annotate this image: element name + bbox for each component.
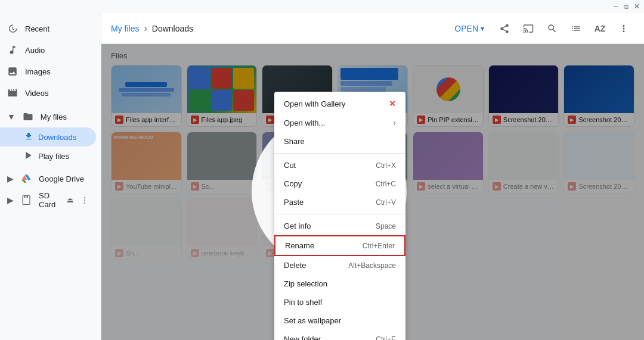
file-card[interactable]: ▶ Screenshot 2022-0...: [488, 65, 559, 127]
restore-button[interactable]: ⧉: [621, 2, 631, 11]
file-name: omebook keybo...: [202, 249, 253, 257]
sidebar-item-audio[interactable]: Audio: [0, 39, 96, 61]
file-name: Screenshot 2022-0...: [578, 116, 630, 123]
ctx-cut-shortcut: Ctrl+X: [376, 161, 396, 170]
breadcrumb-current: Downloads: [152, 24, 193, 33]
file-type-badge: ▶: [568, 182, 576, 191]
main-area: My files › Downloads OPEN ▾: [101, 13, 644, 340]
ctx-get-info[interactable]: Get info Space: [274, 217, 405, 235]
play-icon: [24, 151, 33, 162]
ctx-open-gallery[interactable]: Open with Gallery ✕: [274, 94, 405, 113]
ctx-paste[interactable]: Paste Ctrl+V: [274, 193, 405, 211]
file-card[interactable]: ▶ Files app.jpeg: [187, 65, 258, 127]
ctx-paste-shortcut: Ctrl+V: [376, 198, 396, 207]
file-thumbnail: [413, 65, 483, 113]
file-card[interactable]: ▶ select a virtual desk...: [413, 132, 484, 194]
cast-button[interactable]: [518, 18, 539, 39]
breadcrumb-parent[interactable]: My files: [111, 24, 139, 33]
ctx-new-folder[interactable]: New folder Ctrl+E: [274, 330, 405, 340]
file-card[interactable]: ▶ Screenshot 2022-0...: [564, 132, 634, 194]
file-name: Sc...: [202, 183, 215, 190]
sidebar-item-videos-label: Videos: [25, 89, 49, 98]
ctx-open-with-arrow: ›: [393, 118, 396, 127]
minimize-button[interactable]: −: [611, 2, 620, 11]
file-card[interactable]: ▶ Screenshot 2022-0...: [564, 65, 634, 127]
file-type-badge: ▶: [115, 116, 123, 124]
ctx-open-gallery-close: ✕: [389, 99, 396, 108]
file-info: ▶ Sc...: [187, 180, 257, 193]
sidebar-item-videos[interactable]: Videos: [0, 82, 96, 104]
ctx-new-folder-shortcut: Ctrl+E: [376, 335, 396, 341]
file-type-badge: ▶: [417, 116, 425, 124]
sidebar-item-play-files[interactable]: Play files: [0, 146, 96, 166]
ctx-cut-label: Cut: [284, 161, 366, 170]
file-info: ▶ Files app interface ...: [112, 113, 181, 126]
file-name: Screenshot 2022-0...: [503, 116, 555, 123]
ctx-wallpaper[interactable]: Set as wallpaper: [274, 311, 405, 330]
file-type-badge: ▶: [266, 249, 274, 257]
file-type-badge: ▶: [266, 182, 274, 191]
svg-marker-0: [26, 152, 31, 159]
file-name: Screenshot 2022-0...: [578, 183, 630, 190]
file-thumbnail: [413, 132, 483, 180]
ctx-open-with[interactable]: Open with... ›: [274, 113, 405, 132]
file-card[interactable]: ▶ Sc...: [187, 132, 258, 194]
breadcrumb-separator: ›: [144, 23, 147, 34]
image-icon: [7, 66, 18, 77]
search-button[interactable]: [541, 18, 563, 39]
share-button[interactable]: [494, 18, 515, 39]
ctx-get-info-shortcut: Space: [376, 222, 396, 230]
sidebar-item-play-files-label: Play files: [38, 152, 69, 161]
file-card[interactable]: ▶ Pin PIP extension.jp...: [413, 65, 484, 127]
file-info: ▶ Pin PIP extension.jp...: [413, 113, 483, 126]
ctx-pin-shelf[interactable]: Pin to shelf: [274, 293, 405, 311]
ctx-open-gallery-label: Open with Gallery: [284, 99, 389, 108]
ctx-divider-2: [274, 214, 405, 214]
sd-icon: [21, 195, 32, 205]
ctx-zip[interactable]: Zip selection: [274, 275, 405, 293]
sidebar-item-google-drive[interactable]: ▶ ▲ Google Drive: [0, 168, 96, 189]
sort-button[interactable]: AZ: [589, 18, 611, 39]
sidebar-item-google-drive-label: Google Drive: [39, 174, 84, 183]
sidebar-item-images-label: Images: [25, 67, 51, 76]
expand-icon: ▼: [7, 112, 16, 121]
video-icon: [7, 88, 18, 98]
file-info: ▶ omebook keybo...: [187, 247, 257, 260]
sidebar-item-downloads[interactable]: Downloads: [0, 127, 96, 146]
file-thumbnail: [187, 199, 257, 247]
file-thumbnail: [187, 132, 257, 180]
ctx-rename[interactable]: Rename Ctrl+Enter: [274, 235, 405, 256]
eject-icon[interactable]: ⏏: [67, 196, 73, 204]
sidebar-item-myfiles[interactable]: ▼ My files: [0, 106, 96, 127]
file-thumbnail: MORNING MOOD: [112, 132, 181, 180]
file-name: Files app.jpeg: [202, 116, 243, 123]
file-type-badge: ▶: [191, 249, 199, 257]
file-type-badge: ▶: [493, 182, 501, 191]
open-button[interactable]: OPEN ▾: [445, 18, 491, 39]
sidebar-item-sd-card[interactable]: ▶ SD Card ⏏ ⋮: [0, 189, 96, 211]
file-card[interactable]: ▶ omebook keybo...: [187, 198, 258, 260]
sidebar: Recent Audio Images Videos: [0, 13, 101, 340]
ctx-share[interactable]: Share: [274, 132, 405, 151]
ctx-divider-1: [274, 153, 405, 154]
sidebar-item-sd-card-label: SD Card: [39, 191, 60, 209]
ctx-delete[interactable]: Delete Alt+Backspace: [274, 256, 405, 275]
content-area: Files ▶ Fi: [101, 44, 644, 340]
file-card[interactable]: ▶ Files app interface ...: [111, 65, 182, 127]
ctx-copy[interactable]: Copy Ctrl+C: [274, 174, 405, 193]
sidebar-item-recent-label: Recent: [25, 24, 49, 33]
file-type-badge: ▶: [115, 182, 123, 191]
file-info: ▶ Files app.jpeg: [187, 113, 257, 126]
more-button[interactable]: [613, 18, 634, 39]
file-card[interactable]: ▶ Sh...: [111, 198, 182, 260]
list-view-button[interactable]: [565, 18, 587, 39]
sidebar-item-recent[interactable]: Recent: [0, 18, 96, 39]
ctx-cut[interactable]: Cut Ctrl+X: [274, 156, 405, 174]
sidebar-item-images[interactable]: Images: [0, 61, 96, 82]
sd-more-icon[interactable]: ⋮: [80, 195, 89, 205]
file-card[interactable]: ▶ Create a new virtual...: [488, 132, 559, 194]
close-button[interactable]: ×: [632, 2, 642, 11]
open-dropdown-icon: ▾: [481, 24, 484, 33]
file-name: YouTube miniplayer...: [126, 183, 178, 190]
file-card[interactable]: MORNING MOOD ▶ YouTube miniplayer...: [111, 132, 182, 194]
